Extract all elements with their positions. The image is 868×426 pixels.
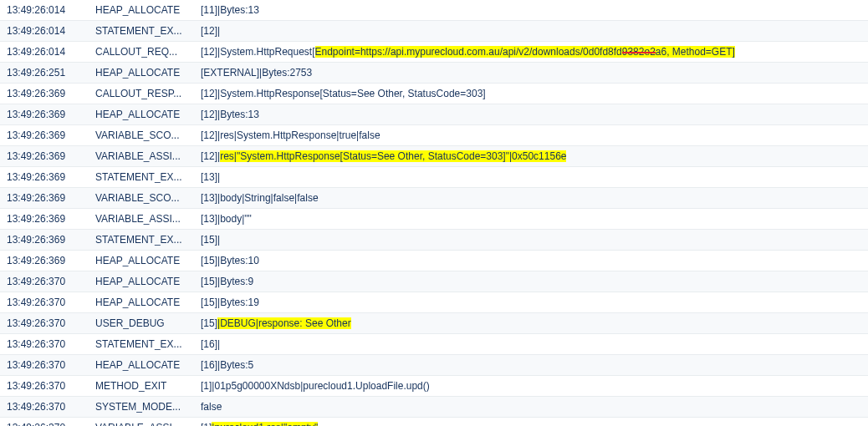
timestamp: 13:49:26:369 [0,230,89,251]
event-type: HEAP_ALLOCATE [89,355,194,376]
detail: [1]|purecloud1.res|"empty" [194,418,868,427]
log-row[interactable]: 13:49:26:370METHOD_EXIT[1]|01p5g00000XNd… [0,376,868,397]
timestamp: 13:49:26:370 [0,355,89,376]
detail: [15]| [194,230,868,251]
detail: [12]|res|"System.HttpResponse[Status=See… [194,146,868,167]
detail-text: [12]|Bytes:13 [201,109,259,120]
detail-text: [12]|res|System.HttpResponse|true|false [201,129,380,141]
timestamp: 13:49:26:369 [0,188,89,209]
event-type: STATEMENT_EX... [89,21,194,42]
log-row[interactable]: 13:49:26:251HEAP_ALLOCATE[EXTERNAL]|Byte… [0,63,868,84]
highlight: |DEBUG|response: See Other [217,317,351,329]
timestamp: 13:49:26:014 [0,0,89,21]
detail: [16]|Bytes:5 [194,355,868,376]
log-row[interactable]: 13:49:26:369HEAP_ALLOCATE[15]|Bytes:10 [0,251,868,271]
detail-text: [1]|01p5g00000XNdsb|purecloud1.UploadFil… [201,380,430,392]
timestamp: 13:49:26:370 [0,376,89,397]
timestamp: 13:49:26:369 [0,251,89,271]
detail-text: [1] [201,422,212,426]
log-row[interactable]: 13:49:26:014CALLOUT_REQ...[12]|System.Ht… [0,42,868,63]
log-row[interactable]: 13:49:26:369VARIABLE_SCO...[12]|res|Syst… [0,125,868,146]
event-type: CALLOUT_RESP... [89,84,194,104]
highlight: res|"System.HttpResponse[Status=See Othe… [220,150,566,162]
event-type: METHOD_EXIT [89,376,194,397]
detail-text: [15]|Bytes:19 [201,297,259,308]
detail-text: [16]|Bytes:5 [201,359,253,371]
event-type: STATEMENT_EX... [89,167,194,188]
detail-text: [13]|body|"" [201,213,252,225]
detail: [12]|System.HttpRequest[Endpoint=https:/… [194,42,868,63]
highlight: |purecloud1.res|"empty" [212,422,318,426]
detail-text: [13]|body|String|false|false [201,192,319,204]
event-type: HEAP_ALLOCATE [89,292,194,313]
detail: [15]|Bytes:19 [194,292,868,313]
timestamp: 13:49:26:014 [0,42,89,63]
log-row[interactable]: 13:49:26:369STATEMENT_EX...[13]| [0,167,868,188]
detail-text: [15]| [201,234,220,246]
event-type: CALLOUT_REQ... [89,42,194,63]
detail: [13]|body|String|false|false [194,188,868,209]
log-table: 13:49:26:014HEAP_ALLOCATE[11]|Bytes:1313… [0,0,868,426]
timestamp: 13:49:26:369 [0,167,89,188]
detail-text: [12]| [201,150,220,162]
detail: [15]|Bytes:10 [194,251,868,271]
event-type: HEAP_ALLOCATE [89,0,194,21]
timestamp: 13:49:26:370 [0,418,89,427]
timestamp: 13:49:26:369 [0,209,89,230]
detail: [16]| [194,334,868,355]
timestamp: 13:49:26:369 [0,84,89,104]
detail-text: [EXTERNAL]|Bytes:2753 [201,67,312,79]
log-row[interactable]: 13:49:26:370HEAP_ALLOCATE[15]|Bytes:19 [0,292,868,313]
detail: [12]| [194,21,868,42]
event-type: STATEMENT_EX... [89,334,194,355]
detail: [12]|res|System.HttpResponse|true|false [194,125,868,146]
log-row[interactable]: 13:49:26:369CALLOUT_RESP...[12]|System.H… [0,84,868,104]
timestamp: 13:49:26:370 [0,313,89,334]
event-type: VARIABLE_SCO... [89,125,194,146]
log-row[interactable]: 13:49:26:369STATEMENT_EX...[15]| [0,230,868,251]
detail: [15]|DEBUG|response: See Other [194,313,868,334]
log-row[interactable]: 13:49:26:370USER_DEBUG[15]|DEBUG|respons… [0,313,868,334]
detail-text: [15]|Bytes:10 [201,255,259,266]
detail: [12]|Bytes:13 [194,104,868,125]
detail-text: [13]| [201,171,220,183]
log-row[interactable]: 13:49:26:369HEAP_ALLOCATE[12]|Bytes:13 [0,104,868,125]
detail: [13]| [194,167,868,188]
timestamp: 13:49:26:370 [0,292,89,313]
event-type: HEAP_ALLOCATE [89,251,194,271]
log-row[interactable]: 13:49:26:370HEAP_ALLOCATE[16]|Bytes:5 [0,355,868,376]
detail-text: [12]| [201,25,220,37]
detail-text: [11]|Bytes:13 [201,4,259,16]
event-type: HEAP_ALLOCATE [89,63,194,84]
timestamp: 13:49:26:370 [0,397,89,418]
detail: [13]|body|"" [194,209,868,230]
timestamp: 13:49:26:251 [0,63,89,84]
log-row[interactable]: 13:49:26:369VARIABLE_ASSI...[13]|body|"" [0,209,868,230]
timestamp: 13:49:26:369 [0,104,89,125]
log-row[interactable]: 13:49:26:370SYSTEM_MODE...false [0,397,868,418]
event-type: VARIABLE_ASSI... [89,146,194,167]
log-row[interactable]: 13:49:26:014HEAP_ALLOCATE[11]|Bytes:13 [0,0,868,21]
event-type: VARIABLE_SCO... [89,188,194,209]
detail-text: [15] [201,317,217,329]
event-type: HEAP_ALLOCATE [89,104,194,125]
event-type: SYSTEM_MODE... [89,397,194,418]
log-row[interactable]: 13:49:26:370STATEMENT_EX...[16]| [0,334,868,355]
event-type: VARIABLE_ASSI... [89,418,194,427]
detail: [1]|01p5g00000XNdsb|purecloud1.UploadFil… [194,376,868,397]
log-row[interactable]: 13:49:26:369VARIABLE_SCO...[13]|body|Str… [0,188,868,209]
log-row[interactable]: 13:49:26:014STATEMENT_EX...[12]| [0,21,868,42]
timestamp: 13:49:26:014 [0,21,89,42]
detail-text: [12]|System.HttpResponse[Status=See Othe… [201,88,486,99]
highlight: Endpoint=https://api.mypurecloud.com.au/… [315,46,622,58]
log-row[interactable]: 13:49:26:370HEAP_ALLOCATE[15]|Bytes:9 [0,271,868,292]
log-row[interactable]: 13:49:26:370VARIABLE_ASSI...[1]|pureclou… [0,418,868,427]
log-row[interactable]: 13:49:26:369VARIABLE_ASSI...[12]|res|"Sy… [0,146,868,167]
detail: [EXTERNAL]|Bytes:2753 [194,63,868,84]
timestamp: 13:49:26:369 [0,146,89,167]
timestamp: 13:49:26:369 [0,125,89,146]
event-type: HEAP_ALLOCATE [89,271,194,292]
timestamp: 13:49:26:370 [0,334,89,355]
timestamp: 13:49:26:370 [0,271,89,292]
detail-text: [16]| [201,338,220,350]
